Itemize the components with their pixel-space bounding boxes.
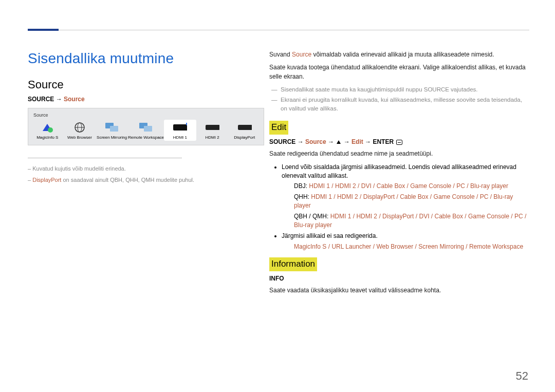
edit-li-2: Järgmisi allikaid ei saa redigeerida. Ma… <box>282 232 529 251</box>
page-title: Sisendallika muutmine <box>28 50 255 67</box>
txt: Järgmisi allikaid ei saa redigeerida. <box>282 232 378 239</box>
txt: → ENTER <box>363 138 396 145</box>
svg-rect-10 <box>206 125 219 130</box>
source-item-web-browser[interactable]: Web Browser <box>64 120 96 141</box>
edit-para: Saate redigeerida ühendatud seadme nime … <box>269 150 529 158</box>
note-text: Kuvatud kujutis võib mudeliti erineda. <box>32 165 126 172</box>
source-item-magicinfo-s[interactable]: MagicInfo S <box>31 120 64 141</box>
note-brand: DisplayPort <box>32 177 61 183</box>
note-dash: – <box>28 165 32 172</box>
source-heading: Source <box>28 78 255 91</box>
left-note-1: – Kuvatud kujutis võib mudeliti erineda. <box>28 165 255 172</box>
svg-rect-11 <box>238 125 252 130</box>
enter-icon <box>396 140 402 145</box>
dbj-line: DBJ: HDMI 1 / HDMI 2 / DVI / Cable Box /… <box>294 182 529 191</box>
txt: Suvand <box>269 51 292 58</box>
path-prefix: SOURCE → <box>28 96 64 103</box>
source-item-icon <box>173 122 187 133</box>
source-item-label: HDMI 1 <box>173 135 187 140</box>
edit-heading: Edit <box>269 121 288 135</box>
svg-rect-8 <box>173 124 187 130</box>
txt: → <box>342 138 351 145</box>
page-rule-accent <box>28 29 59 31</box>
dash-item-1: Sisendallikat saate muuta ka kaugjuhtimi… <box>269 85 529 94</box>
source-item-icon <box>237 122 252 133</box>
source-panel: Source MagicInfo SWeb BrowserScreen Mirr… <box>28 108 264 145</box>
qhh-line: QHH: HDMI 1 / HDMI 2 / DisplayPort / Cab… <box>294 193 529 211</box>
left-column: Sisendallika muutmine Source SOURCE → So… <box>28 41 269 300</box>
intro-para-2: Saate kuvada tootega ühendatud allikaloe… <box>269 63 529 81</box>
svg-rect-5 <box>110 126 118 132</box>
left-note-2: – DisplayPort on saadaval ainult QBH, QH… <box>28 177 255 183</box>
txt-brand: Source <box>305 138 326 145</box>
source-items-row: MagicInfo SWeb BrowserScreen MirroringRe… <box>31 120 261 141</box>
dash-item-2: Ekraani ei pruugita korralikult kuvada, … <box>269 96 529 113</box>
source-item-icon <box>139 122 153 133</box>
up-triangle-icon <box>337 140 341 144</box>
source-item-label: DisplayPort <box>234 135 255 140</box>
txt-brand: Source <box>292 51 311 58</box>
noedit-line: MagicInfo S / URL Launcher / Web Browser… <box>294 242 529 251</box>
source-item-label: Screen Mirroring <box>97 135 127 140</box>
txt: SOURCE → <box>269 138 305 145</box>
source-item-label: MagicInfo S <box>36 135 58 140</box>
note-dash: – <box>28 177 32 183</box>
source-item-icon <box>105 122 119 133</box>
txt: → <box>326 138 336 145</box>
qbh-line: QBH / QMH: HDMI 1 / HDMI 2 / DisplayPort… <box>294 212 529 230</box>
source-item-screen-mirroring[interactable]: Screen Mirroring <box>96 120 128 141</box>
note-tail: on saadaval ainult QBH, QHH, QMH mudelit… <box>61 177 194 183</box>
right-column: Suvand Source võimaldab valida erinevaid… <box>269 41 529 300</box>
page-number: 52 <box>516 369 528 383</box>
intro-dashlist: Sisendallikat saate muuta ka kaugjuhtimi… <box>269 85 529 113</box>
svg-rect-7 <box>144 126 152 132</box>
source-item-icon <box>40 122 54 133</box>
source-item-hdmi-1[interactable]: HDMI 1 <box>164 120 196 141</box>
info-path: INFO <box>269 274 529 283</box>
source-item-icon <box>205 122 219 133</box>
source-panel-label: Source <box>31 111 261 120</box>
txt: Loend võib sisaldada järgmisi allikasead… <box>282 163 516 179</box>
source-item-remote-workspace[interactable]: Remote Workspace <box>128 120 164 141</box>
source-item-icon <box>72 122 87 133</box>
svg-point-0 <box>48 127 53 133</box>
source-item-label: HDMI 2 <box>206 135 219 140</box>
edit-path: SOURCE → Source → → Edit → ENTER <box>269 138 529 146</box>
source-item-label: Web Browser <box>67 135 92 140</box>
edit-li-1: Loend võib sisaldada järgmisi allikasead… <box>282 163 529 230</box>
txt: võimaldab valida erinevaid allikaid ja m… <box>311 51 494 58</box>
source-path: SOURCE → Source <box>28 96 255 103</box>
edit-bullets: Loend võib sisaldada järgmisi allikasead… <box>269 163 529 252</box>
information-heading: Information <box>269 257 317 271</box>
path-source: Source <box>64 96 85 103</box>
source-item-displayport[interactable]: DisplayPort <box>228 120 261 141</box>
source-item-label: Remote Workspace <box>128 135 164 140</box>
intro-para-1: Suvand Source võimaldab valida erinevaid… <box>269 50 529 59</box>
content-columns: Sisendallika muutmine Source SOURCE → So… <box>28 41 529 300</box>
info-para: Saate vaadata üksikasjalikku teavet vali… <box>269 286 529 295</box>
page-rule <box>28 30 529 30</box>
notes-rule <box>28 158 182 158</box>
txt-brand: Edit <box>351 138 363 145</box>
source-item-hdmi-2[interactable]: HDMI 2 <box>196 120 229 141</box>
